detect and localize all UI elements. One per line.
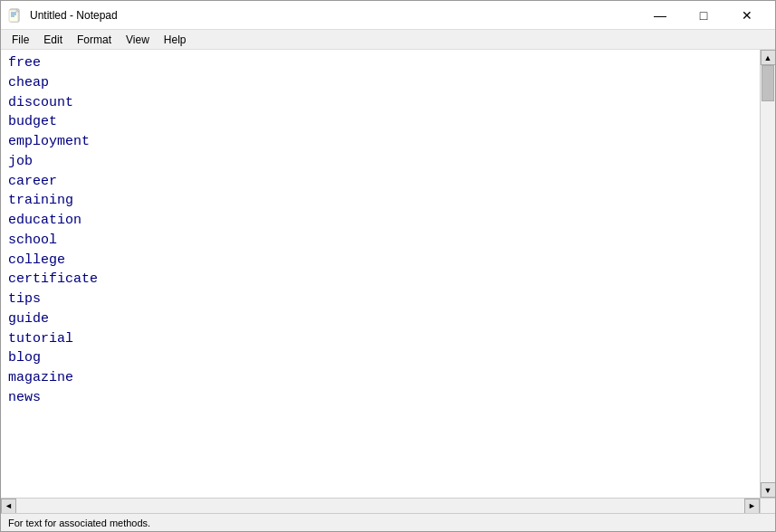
scroll-thumb-vertical[interactable] [762, 65, 774, 101]
notepad-window: Untitled - Notepad — □ ✕ File Edit Forma… [0, 0, 776, 532]
close-button[interactable]: ✕ [726, 1, 768, 30]
scroll-right-button[interactable]: ► [744, 499, 760, 514]
title-bar: Untitled - Notepad — □ ✕ [1, 1, 775, 30]
bottom-row: ◄ ► [1, 498, 775, 513]
menu-bar: File Edit Format View Help [1, 30, 775, 50]
editor-area: free cheap discount budget employment jo… [1, 50, 775, 498]
notepad-icon [8, 8, 23, 23]
window-title: Untitled - Notepad [30, 9, 118, 22]
horizontal-scrollbar: ◄ ► [1, 498, 760, 513]
text-editor[interactable]: free cheap discount budget employment jo… [1, 50, 760, 498]
maximize-button[interactable]: □ [683, 1, 724, 30]
scroll-up-button[interactable]: ▲ [761, 50, 776, 65]
scroll-track-horizontal[interactable] [16, 499, 744, 513]
scroll-left-button[interactable]: ◄ [1, 499, 16, 514]
scrollbar-corner [760, 498, 775, 513]
status-text: For text for associated methods. [8, 518, 150, 528]
menu-file[interactable]: File [5, 32, 36, 48]
menu-help[interactable]: Help [157, 32, 194, 48]
menu-edit[interactable]: Edit [36, 32, 70, 48]
minimize-button[interactable]: — [639, 1, 681, 30]
status-bar: For text for associated methods. [1, 513, 775, 531]
window-controls: — □ ✕ [639, 1, 768, 30]
scroll-track-vertical[interactable] [761, 65, 775, 482]
menu-view[interactable]: View [119, 32, 157, 48]
scroll-down-button[interactable]: ▼ [761, 482, 776, 498]
vertical-scrollbar: ▲ ▼ [760, 50, 775, 498]
menu-format[interactable]: Format [70, 32, 119, 48]
title-bar-left: Untitled - Notepad [8, 8, 118, 23]
